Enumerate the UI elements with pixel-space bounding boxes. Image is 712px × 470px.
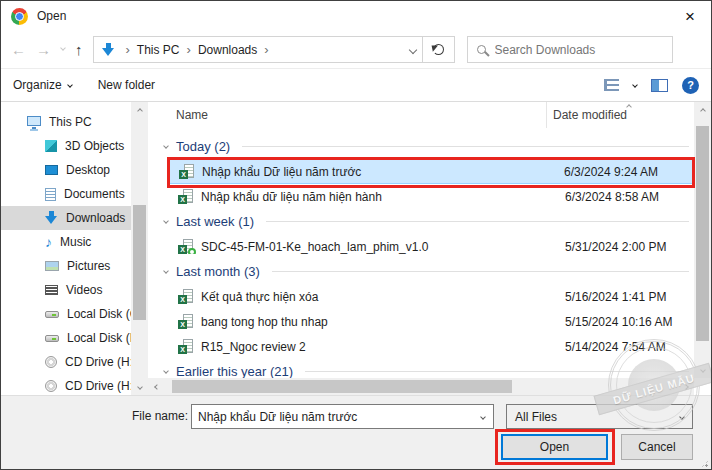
up-icon[interactable]: ↑ xyxy=(75,41,83,58)
file-name-label: File name: xyxy=(132,409,188,423)
list-scrollbar-thumb[interactable] xyxy=(696,126,709,341)
download-arrow-icon xyxy=(45,211,58,225)
sidebar-item-downloads[interactable]: Downloads xyxy=(1,206,131,230)
open-button[interactable]: Open xyxy=(501,434,608,460)
group-rule xyxy=(272,271,689,272)
excel-file-icon: X xyxy=(178,289,193,304)
scroll-right-button[interactable] xyxy=(677,378,694,395)
sidebar-item-label: Desktop xyxy=(66,163,110,177)
organize-button[interactable]: Organize xyxy=(13,78,72,92)
address-dropdown-chevron-icon[interactable] xyxy=(408,45,416,53)
chevron-up-icon xyxy=(700,108,706,114)
sidebar-scrollbar-thumb[interactable] xyxy=(133,205,146,320)
new-folder-button[interactable]: New folder xyxy=(98,78,155,92)
excel-file-icon: X xyxy=(179,164,194,179)
sidebar-item-documents[interactable]: Documents xyxy=(1,182,131,206)
recent-locations-chevron-icon[interactable] xyxy=(60,45,66,51)
sidebar-item-pictures[interactable]: Pictures xyxy=(1,254,131,278)
desktop-icon xyxy=(45,165,58,175)
change-view-icon[interactable] xyxy=(604,79,619,91)
file-name: SDC-45-FM-01-Ke_hoach_lam_phim_v1.0 xyxy=(201,240,428,254)
picture-icon xyxy=(45,261,59,271)
sidebar-scrollbar[interactable] xyxy=(131,102,148,395)
sidebar-item-cd-drive-h[interactable]: CD Drive (H:) xyxy=(1,350,131,374)
group-header-last-week[interactable]: Last week (1) xyxy=(148,209,711,234)
scroll-down-button[interactable] xyxy=(131,378,148,395)
film-icon xyxy=(45,285,58,295)
breadcrumb-this-pc[interactable]: This PC xyxy=(137,43,180,57)
file-name: Nhập khẩu dữ liệu năm hiện hành xyxy=(201,190,382,204)
group-label: Last week (1) xyxy=(176,214,254,229)
group-header-today[interactable]: Today (2) xyxy=(148,134,711,159)
file-row-selected[interactable]: X Nhập khẩu Dữ liệu năm trước 6/3/2024 9… xyxy=(168,159,693,184)
search-input[interactable] xyxy=(495,43,663,57)
group-header-last-month[interactable]: Last month (3) xyxy=(148,259,711,284)
file-name-dropdown-chevron-icon[interactable] xyxy=(480,414,486,420)
file-row[interactable]: X bang tong hop thu nhap 5/15/2024 10:16… xyxy=(168,309,693,334)
sidebar-item-3d-objects[interactable]: 3D Objects xyxy=(1,134,131,158)
group-collapse-chevron-icon xyxy=(163,268,169,274)
excel-file-icon: X xyxy=(178,189,193,204)
scroll-down-button[interactable] xyxy=(694,361,711,378)
file-row[interactable]: X Kết quả thực hiện xóa 5/16/2024 1:41 P… xyxy=(168,284,693,309)
help-icon[interactable]: ? xyxy=(682,77,699,94)
sidebar-item-label: CD Drive (H:) xyxy=(65,379,131,393)
close-button[interactable]: × xyxy=(679,6,701,27)
crumb-separator-icon: › xyxy=(126,42,130,57)
sidebar-item-label: Local Disk (C:) xyxy=(67,307,131,321)
group-rule xyxy=(266,221,689,222)
breadcrumb-downloads[interactable]: Downloads xyxy=(198,43,257,57)
window-title: Open xyxy=(37,9,66,23)
group-label: Today (2) xyxy=(176,139,230,154)
new-folder-label: New folder xyxy=(98,78,155,92)
file-name-input[interactable] xyxy=(192,410,481,424)
crumb-separator-icon: › xyxy=(264,42,268,57)
excel-file-sync-icon: X xyxy=(178,239,193,254)
scroll-up-button[interactable] xyxy=(131,102,148,119)
search-box[interactable] xyxy=(467,36,673,63)
forward-icon[interactable]: → xyxy=(36,41,51,58)
sidebar-item-this-pc[interactable]: This PC xyxy=(1,110,131,134)
sidebar-item-local-disk-d[interactable]: Local Disk (D:) xyxy=(1,326,131,350)
cancel-button[interactable]: Cancel xyxy=(621,434,693,460)
sidebar-item-music[interactable]: ♪ Music xyxy=(1,230,131,254)
search-icon xyxy=(477,45,486,54)
file-type-select[interactable]: All Files xyxy=(506,404,693,429)
command-toolbar: Organize New folder ? xyxy=(1,69,711,102)
file-date: 6/3/2024 8:58 AM xyxy=(565,190,693,204)
preview-pane-icon[interactable] xyxy=(651,79,668,92)
chevron-right-icon xyxy=(683,384,689,390)
computer-icon xyxy=(27,116,41,126)
sidebar-item-label: Documents xyxy=(64,187,125,201)
chrome-icon xyxy=(11,8,28,25)
column-header-row: Name Date modified xyxy=(148,102,711,128)
column-header-name[interactable]: Name xyxy=(148,108,546,122)
organize-label: Organize xyxy=(13,78,62,92)
file-row[interactable]: X SDC-45-FM-01-Ke_hoach_lam_phim_v1.0 5/… xyxy=(168,234,693,259)
group-label: Earlier this year (21) xyxy=(176,364,293,379)
dialog-footer: File name: All Files Open Cancel xyxy=(1,395,711,470)
scroll-up-button[interactable] xyxy=(694,102,711,119)
sidebar-item-local-disk-c[interactable]: Local Disk (C:) xyxy=(1,302,131,326)
view-dropdown-chevron-icon[interactable] xyxy=(632,82,638,88)
sidebar-item-cd-drive-partial[interactable]: CD Drive (H:) xyxy=(1,374,131,395)
horizontal-scrollbar-thumb[interactable] xyxy=(172,380,512,393)
file-list: Name Date modified Today (2) X Nhập khẩu… xyxy=(148,102,711,395)
breadcrumb[interactable]: › This PC › Downloads › xyxy=(93,36,423,63)
back-icon[interactable]: ← xyxy=(11,41,26,58)
file-row[interactable]: X Nhập khẩu dữ liệu năm hiện hành 6/3/20… xyxy=(168,184,693,209)
file-type-chevron-icon xyxy=(679,414,685,420)
cd-drive-icon xyxy=(45,356,57,368)
file-date: 5/16/2024 1:41 PM xyxy=(565,290,693,304)
refresh-button[interactable] xyxy=(423,36,455,63)
sidebar-item-videos[interactable]: Videos xyxy=(1,278,131,302)
resize-grip[interactable] xyxy=(701,460,709,468)
column-header-date-modified[interactable]: Date modified xyxy=(546,102,694,128)
cd-drive-icon xyxy=(45,380,57,392)
scroll-left-button[interactable] xyxy=(148,378,165,395)
file-name: bang tong hop thu nhap xyxy=(201,315,328,329)
sidebar-item-desktop[interactable]: Desktop xyxy=(1,158,131,182)
file-row[interactable]: X R15_Ngoc review 2 5/14/2024 7:54 AM xyxy=(168,334,693,359)
list-horizontal-scrollbar[interactable] xyxy=(148,378,694,395)
list-vertical-scrollbar[interactable] xyxy=(694,102,711,378)
